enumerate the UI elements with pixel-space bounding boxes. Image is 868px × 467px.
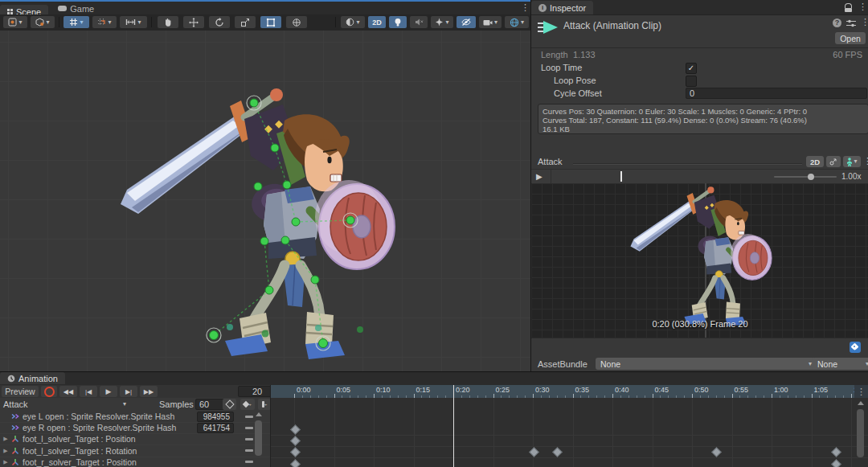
property-row[interactable]: ▶foot_r_solver_Target : Position (0, 457, 271, 467)
foldout-arrow[interactable]: ▶ (0, 448, 11, 454)
tab-inspector[interactable]: i Inspector (531, 1, 593, 14)
keyframe-diamond[interactable] (290, 424, 301, 435)
preview-scrub-marker[interactable] (620, 171, 622, 182)
sprite-resolver-icon (11, 424, 20, 432)
speed-slider-knob[interactable] (808, 174, 814, 180)
assetbundle-variant-dropdown[interactable]: None ▾ (813, 358, 868, 370)
assetbundle-tag-icon[interactable] (850, 342, 861, 353)
preview-speed-slider[interactable] (774, 176, 837, 178)
dopesheet-row[interactable] (271, 435, 868, 447)
keyframe-diamond[interactable] (831, 459, 841, 467)
preview-pivot-button[interactable] (826, 156, 841, 167)
keyframe-diamond[interactable] (831, 448, 841, 458)
cycle-offset-field[interactable]: 0 (686, 88, 867, 99)
prev-key-button[interactable]: |◀ (80, 386, 97, 397)
property-value-field[interactable]: 984955 (197, 412, 234, 422)
dopesheet-row[interactable] (271, 446, 868, 458)
render-mode-button[interactable]: ▾ (3, 16, 27, 28)
lighting-toggle-button[interactable] (389, 16, 407, 28)
foldout-arrow[interactable]: ▶ (0, 436, 11, 442)
samples-field[interactable]: 60 (195, 399, 226, 410)
scene-visibility-toggle[interactable] (457, 16, 476, 28)
first-key-button[interactable]: ◀◀ (59, 386, 77, 397)
property-value-field[interactable]: 641754 (197, 423, 234, 433)
rect-tool-button[interactable] (260, 16, 281, 28)
preview-avatar-button[interactable]: ▾ (843, 156, 861, 167)
scale-tool-button[interactable] (235, 16, 256, 28)
shading-mode-button[interactable]: ▾ (341, 16, 365, 28)
preview-canvas[interactable]: 0:20 (030.8%) Frame 20 (531, 183, 868, 338)
assetbundle-dropdown[interactable]: None ▾ (596, 358, 817, 370)
keyframe-diamond[interactable] (552, 448, 563, 458)
timeline-scrollbar[interactable] (857, 409, 864, 457)
loop-time-checkbox[interactable]: ✓ (686, 63, 697, 74)
dopesheet-row[interactable] (271, 458, 868, 467)
keyframe-diamond[interactable] (711, 448, 722, 458)
property-row[interactable]: eye R open : Sprite Resolver.Sprite Hash… (0, 422, 271, 434)
preview-2d-button[interactable]: 2D (806, 156, 824, 167)
remove-button[interactable] (245, 449, 253, 452)
timeline-ruler[interactable]: 0:000:050:100:150:200:250:300:350:400:45… (271, 385, 868, 399)
keyframe-diamond[interactable] (529, 448, 539, 458)
2d-toggle-button[interactable]: 2D (368, 16, 386, 28)
clip-menu-icon[interactable]: ⋮ (861, 18, 868, 26)
property-name: eye L open : Sprite Resolver.Sprite Hash (23, 412, 197, 421)
ruler-label: 0:20 (456, 386, 470, 394)
transform-tool-button[interactable] (286, 16, 307, 28)
property-row[interactable]: ▶foot_l_solver_Target : Rotation (0, 445, 271, 457)
hand-tool-button[interactable] (158, 16, 178, 28)
open-button[interactable]: Open (835, 32, 866, 44)
keyframe-diamond-button[interactable] (223, 399, 236, 410)
clip-dropdown-caret[interactable]: ▾ (123, 401, 126, 408)
last-key-button[interactable]: ▶▶ (140, 386, 158, 397)
add-keyframe-button[interactable]: ₊ (240, 399, 255, 410)
grid-snapping-button[interactable]: ▾ (63, 16, 89, 28)
remove-button[interactable] (245, 438, 253, 440)
scene-camera-button[interactable]: ▾ (479, 16, 502, 28)
loop-pose-checkbox[interactable] (686, 76, 697, 87)
tab-animation[interactable]: Animation (0, 372, 65, 384)
clip-dropdown[interactable]: Attack (3, 399, 28, 409)
scene-canvas[interactable] (0, 31, 530, 371)
remove-button[interactable] (245, 427, 253, 429)
record-button[interactable] (41, 386, 57, 397)
keyframe-diamond[interactable] (290, 436, 301, 446)
scene-menu-icon[interactable]: ⋮ (521, 3, 530, 11)
keyframe-diamond[interactable] (290, 448, 301, 458)
presets-icon[interactable] (846, 19, 856, 27)
lock-icon[interactable] (845, 3, 852, 12)
tab-game[interactable]: Game (51, 2, 101, 15)
remove-button[interactable] (245, 461, 253, 463)
add-event-button[interactable]: ₊ (258, 399, 271, 410)
increment-snap-button[interactable]: ▾ (92, 16, 117, 28)
scene-visibility-cube-button[interactable]: ▾ (31, 16, 55, 28)
foldout-arrow[interactable]: ▶ (0, 459, 11, 465)
remove-button[interactable] (245, 416, 253, 418)
keyframe-diamond[interactable] (290, 459, 301, 467)
inspector-menu-icon[interactable]: ⋮ (858, 2, 867, 10)
rotate-tool-button[interactable] (209, 16, 230, 28)
gizmos-button[interactable]: ▾ (505, 16, 529, 28)
scroll-up-icon[interactable] (256, 412, 262, 416)
timeline-scroll-up-icon[interactable] (858, 401, 864, 405)
play-button[interactable]: ▶ (100, 386, 117, 397)
next-key-button[interactable]: ▶| (120, 386, 137, 397)
measure-button[interactable]: ▾ (120, 16, 147, 28)
preview-play-button[interactable]: ▶ (536, 172, 542, 181)
property-row[interactable]: eye L open : Sprite Resolver.Sprite Hash… (0, 411, 271, 423)
audio-toggle-button[interactable] (410, 16, 428, 28)
dopesheet-row[interactable] (271, 424, 868, 436)
effects-button[interactable]: ▾ (431, 16, 453, 28)
preview-separator[interactable] (573, 163, 802, 165)
preview-scrub-track[interactable] (551, 170, 773, 183)
play-icon: ▶ (106, 387, 112, 395)
move-tool-button[interactable] (183, 16, 204, 28)
preview-menu-icon[interactable]: ⋮ (863, 157, 868, 165)
playhead[interactable] (453, 385, 454, 467)
property-row[interactable]: ▶foot_l_solver_Target : Position (0, 433, 271, 445)
preview-toggle-button[interactable]: Preview (2, 386, 39, 397)
help-icon[interactable]: ? (833, 18, 841, 27)
property-scrollbar[interactable] (255, 420, 262, 456)
scene-character (0, 31, 530, 371)
timeline-menu[interactable]: ⋮ (854, 385, 868, 398)
